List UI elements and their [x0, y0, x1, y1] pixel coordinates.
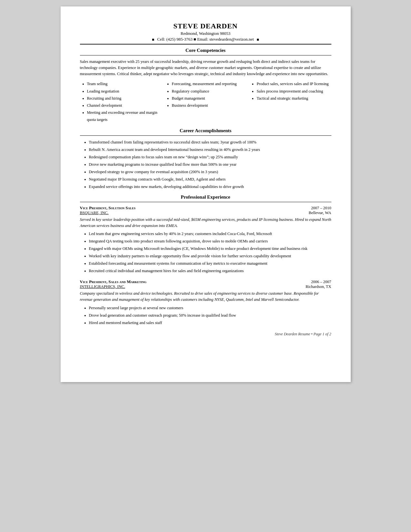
list-item: Recruited critical individual and manage… [89, 268, 331, 274]
job-company-row-2: INTELLIGRAPHICS, INC. Richardson, TX [80, 284, 331, 289]
job-location-1: Bellevue, WA [309, 211, 331, 215]
candidate-name: STEVE DEARDEN [80, 22, 331, 30]
list-item: Expanded service offerings into new mark… [89, 183, 331, 190]
professional-experience-divider [80, 202, 331, 202]
competency-col-2: Forecasting, measurement and reporting R… [165, 81, 246, 123]
page-footer: Steve Dearden Resume • Page 1 of 2 [80, 332, 331, 337]
job-header-row-1: Vice President, Solution Sales 2007 – 20… [80, 205, 331, 211]
job-bullets-1: Led team that grew engineering services … [80, 231, 331, 274]
job-description-1: Served in key senior leadership position… [80, 217, 331, 229]
career-accomplishments-section: Career Accomplishments Transformed chann… [80, 128, 331, 190]
list-item: Drove new marketing programs to increase… [89, 161, 331, 168]
candidate-contact: Cell: (425) 985-3763 ■ Email: stevedeard… [80, 37, 331, 42]
job-block-2: Vice President, Sales and Marketing 2006… [80, 279, 331, 326]
list-item: Led team that grew engineering services … [89, 231, 331, 237]
job-bullets-2: Personally secured large projects at sev… [80, 305, 331, 326]
list-item: Hired and mentored marketing and sales s… [89, 320, 331, 326]
competency-col-1: Team selling Leading negotiation Recruit… [80, 81, 161, 123]
list-item: Tactical and strategic marketing [257, 95, 331, 102]
list-item: Engaged with major OEMs using Microsoft … [89, 245, 331, 252]
list-item: Personally secured large projects at sev… [89, 305, 331, 311]
list-item: Channel development [87, 102, 161, 109]
list-item: Product sales, services sales and IP lic… [257, 81, 331, 87]
list-item: Established forecasting and measurement … [89, 260, 331, 267]
candidate-address: Redmond, Washington 98053 [80, 31, 331, 36]
competency-list-1: Team selling Leading negotiation Recruit… [80, 81, 161, 123]
job-company-2: INTELLIGRAPHICS, INC. [80, 284, 125, 289]
contact-info: Cell: (425) 985-3763 ■ Email: stevedeard… [157, 37, 254, 42]
core-competencies-divider [80, 55, 331, 55]
list-item: Drove lead generation and customer outre… [89, 312, 331, 319]
job-company-row-1: BSQUARE, INC. Bellevue, WA [80, 211, 331, 215]
competency-list-3: Product sales, services sales and IP lic… [250, 81, 331, 102]
list-item: Integrated QA testing tools into product… [89, 238, 331, 244]
job-block-1: Vice President, Solution Sales 2007 – 20… [80, 205, 331, 274]
job-location-2: Richardson, TX [306, 284, 331, 289]
list-item: Budget management [172, 95, 246, 102]
intro-paragraph: Sales management executive with 25 years… [80, 59, 331, 77]
list-item: Business development [172, 102, 246, 109]
competency-list-2: Forecasting, measurement and reporting R… [165, 81, 246, 109]
list-item: Forecasting, measurement and reporting [172, 81, 246, 87]
job-dates-2: 2006 – 2007 [311, 280, 331, 284]
job-dates-1: 2007 – 2010 [311, 206, 331, 211]
competency-col-3: Product sales, services sales and IP lic… [250, 81, 331, 123]
list-item: Recruiting and hiring [87, 95, 161, 102]
list-item: Transformed channel from failing represe… [89, 139, 331, 145]
job-title-1: Vice President, Solution Sales [80, 205, 136, 211]
bullet-square-right [255, 37, 261, 42]
header-divider [80, 44, 331, 44]
professional-experience-title: Professional Experience [80, 194, 331, 200]
list-item: Regulatory compliance [172, 88, 246, 95]
list-item: Worked with key industry partners to enl… [89, 253, 331, 259]
list-item: Rebuilt N. America account team and deve… [89, 146, 331, 153]
core-competencies-section: Core Competencies Sales management execu… [80, 48, 331, 123]
list-item: Sales process improvement and coaching [257, 88, 331, 95]
job-company-1: BSQUARE, INC. [80, 211, 109, 215]
competencies-grid: Team selling Leading negotiation Recruit… [80, 81, 331, 123]
list-item: Redesigned compensation plans to focus s… [89, 154, 331, 160]
career-accomplishments-divider [80, 135, 331, 136]
accomplishments-list: Transformed channel from failing represe… [80, 139, 331, 190]
career-accomplishments-title: Career Accomplishments [80, 128, 331, 133]
resume-header: STEVE DEARDEN Redmond, Washington 98053 … [80, 22, 331, 42]
job-description-2: Company specialized in wireless and devi… [80, 291, 331, 303]
list-item: Developed strategy to grow company for e… [89, 169, 331, 175]
list-item: Leading negotiation [87, 88, 161, 95]
list-item: Team selling [87, 81, 161, 87]
list-item: Negotiated major IP licensing contracts … [89, 176, 331, 182]
resume-page: STEVE DEARDEN Redmond, Washington 98053 … [61, 6, 351, 382]
job-title-2: Vice President, Sales and Marketing [80, 279, 147, 284]
list-item: Meeting and exceeding revenue and margin… [87, 109, 161, 123]
core-competencies-title: Core Competencies [80, 48, 331, 53]
job-header-row-2: Vice President, Sales and Marketing 2006… [80, 279, 331, 284]
professional-experience-section: Professional Experience Vice President, … [80, 194, 331, 326]
bullet-square-left [150, 37, 156, 42]
